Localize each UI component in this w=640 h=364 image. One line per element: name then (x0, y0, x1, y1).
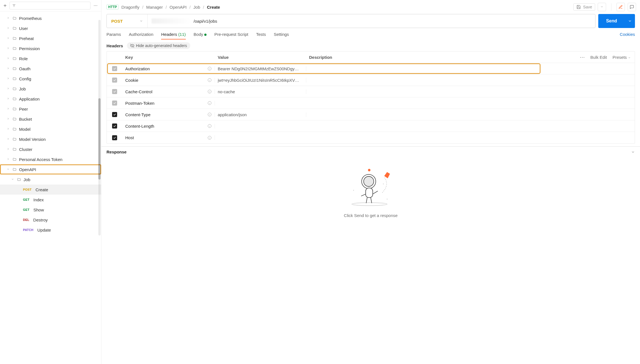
tree-folder[interactable]: Personal Access Token (0, 154, 101, 164)
tree-folder[interactable]: Preheat (0, 33, 101, 43)
row-checkbox[interactable] (112, 101, 117, 106)
chevron-right-icon (7, 127, 10, 131)
tab-headers[interactable]: Headers (11) (161, 32, 186, 39)
method-badge: GET (23, 198, 29, 201)
breadcrumb: Dragonfly/Manager/OpenAPI/Job/Create (121, 5, 220, 10)
row-checkbox[interactable] (112, 112, 117, 117)
chevron-right-icon (7, 77, 10, 81)
method-select[interactable]: POST (107, 14, 148, 28)
tab-params[interactable]: Params (106, 32, 121, 39)
tree-label: OpenAPI (19, 167, 36, 172)
edit-button[interactable] (616, 3, 625, 11)
save-button[interactable]: Save (573, 3, 595, 11)
tree-folder[interactable]: Model Version (0, 134, 101, 144)
url-input[interactable]: /oapi/v1/jobs (148, 18, 595, 24)
table-row[interactable]: AuthorizationBearer NDg0N2I2MGMtMzEwZS00… (107, 63, 635, 74)
save-label: Save (583, 5, 592, 9)
chevron-right-icon (7, 147, 10, 151)
tree-request[interactable]: GETShow (0, 205, 101, 215)
more-icon[interactable]: ⋯ (580, 54, 585, 60)
tree-folder[interactable]: Job (0, 84, 101, 94)
scrollbar-thumb[interactable] (98, 98, 101, 179)
save-dropdown[interactable] (598, 3, 606, 11)
tab-tests[interactable]: Tests (256, 32, 266, 39)
tree-request[interactable]: DELDestroy (0, 215, 101, 225)
breadcrumb-item[interactable]: Dragonfly (121, 5, 139, 10)
filter-icon (12, 4, 16, 8)
send-button[interactable]: Send (598, 14, 635, 28)
add-button[interactable] (2, 3, 8, 8)
tree-request[interactable]: PATCHUpdate (0, 225, 101, 235)
hide-autogenerated-button[interactable]: Hide auto-generated headers (127, 42, 190, 49)
chevron-down-icon (600, 5, 604, 8)
breadcrumb-item[interactable]: Job (193, 5, 200, 10)
tree-folder[interactable]: Oauth (0, 64, 101, 74)
comment-button[interactable] (628, 3, 636, 11)
chevron-right-icon (7, 57, 10, 60)
tree-label: Update (37, 228, 51, 232)
tree-folder[interactable]: Cluster (0, 144, 101, 154)
collection-tree[interactable]: PrometheusUserPreheatPermissionRoleOauth… (0, 11, 101, 364)
tree-folder[interactable]: Config (0, 74, 101, 84)
tree-label: Model Version (19, 137, 46, 142)
row-checkbox[interactable] (112, 135, 117, 140)
svg-point-2 (97, 5, 97, 6)
bulk-edit-link[interactable]: Bulk Edit (590, 55, 607, 60)
chevron-down-icon[interactable] (631, 150, 635, 154)
table-row[interactable]: Content-Typeapplication/json (107, 109, 635, 120)
send-dropdown[interactable] (625, 14, 635, 28)
tree-folder[interactable]: Application (0, 94, 101, 104)
tree-folder[interactable]: Job (0, 174, 101, 185)
tree-label: Job (19, 87, 26, 91)
tree-request[interactable]: POSTCreate (0, 185, 101, 195)
response-title: Response (106, 150, 127, 154)
table-row[interactable]: Content-Length (107, 120, 635, 132)
breadcrumb-item: Create (207, 5, 220, 10)
table-row[interactable]: Cookiejwt=eyJhbGciOiJIUzI1NiIsInR5cCI6Ik… (107, 74, 635, 86)
row-checkbox[interactable] (112, 78, 117, 83)
row-checkbox[interactable] (112, 89, 117, 94)
url-host-redacted (152, 18, 191, 24)
astronaut-illustration (345, 165, 396, 207)
response-empty-text: Click Send to get a response (344, 213, 398, 218)
tree-folder[interactable]: Model (0, 124, 101, 134)
tab-authorization[interactable]: Authorization (129, 32, 154, 39)
breadcrumb-item[interactable]: Manager (146, 5, 163, 10)
tab-prerequest[interactable]: Pre-request Script (214, 32, 248, 39)
svg-point-17 (387, 199, 388, 200)
tree-label: Index (33, 197, 44, 202)
filter-input[interactable] (10, 2, 91, 10)
tree-request[interactable]: GETIndex (0, 195, 101, 205)
tree-folder[interactable]: Role (0, 53, 101, 64)
tree-label: Bucket (19, 117, 32, 122)
tab-settings[interactable]: Settings (274, 32, 289, 39)
scrollbar-track[interactable] (98, 20, 101, 235)
tree-folder[interactable]: OpenAPI (0, 164, 101, 174)
body-indicator-dot (204, 34, 207, 36)
row-checkbox[interactable] (112, 123, 117, 129)
http-badge: HTTP (106, 4, 119, 10)
header-key: Postman-Token (125, 101, 154, 106)
breadcrumb-item[interactable]: OpenAPI (170, 5, 187, 10)
tab-body[interactable]: Body (194, 32, 207, 39)
presets-link[interactable]: Presets (613, 55, 631, 60)
tree-folder[interactable]: Bucket (0, 114, 101, 124)
svg-point-14 (368, 169, 370, 171)
header-value: Bearer NDg0N2I2MGMtMzEwZS00NDgy… (218, 66, 299, 71)
table-row[interactable]: Host (107, 132, 635, 143)
table-header: KeyValueDescription⋯Bulk EditPresets (107, 52, 635, 63)
tree-folder[interactable]: User (0, 23, 101, 33)
chevron-right-icon (7, 117, 10, 121)
table-row[interactable]: Postman-Token (107, 97, 635, 109)
tree-folder[interactable]: Permission (0, 43, 101, 53)
tree-label: Destroy (33, 218, 48, 222)
tree-folder[interactable]: Prometheus (0, 13, 101, 23)
tree-label: Job (24, 177, 30, 182)
method-badge: POST (23, 188, 32, 191)
header-value: no-cache (218, 89, 235, 94)
row-checkbox[interactable] (112, 66, 117, 71)
more-options-button[interactable] (92, 2, 99, 9)
tree-folder[interactable]: Peer (0, 104, 101, 114)
cookies-link[interactable]: Cookies (620, 32, 635, 39)
table-row[interactable]: Cache-Controlno-cache (107, 86, 635, 97)
